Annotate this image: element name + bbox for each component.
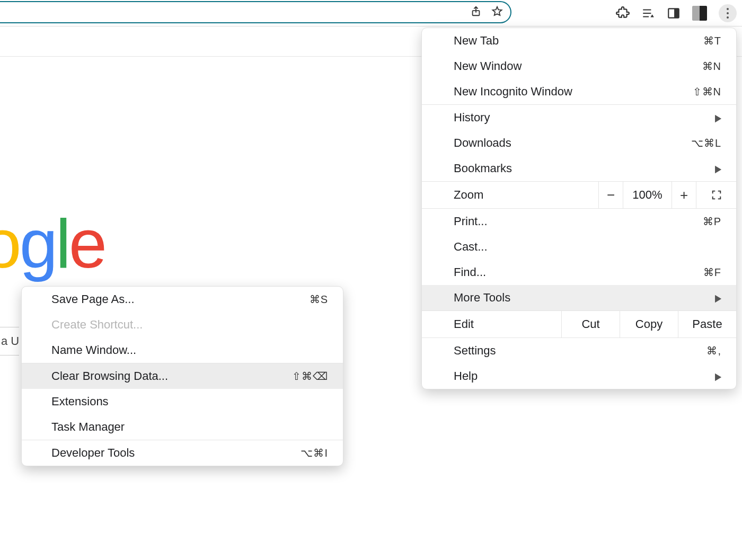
- menu-shortcut: ⌥⌘I: [301, 447, 328, 459]
- submenu-extensions[interactable]: Extensions: [22, 389, 343, 414]
- menu-new-window[interactable]: New Window ⌘N: [422, 54, 736, 79]
- menu-downloads[interactable]: Downloads ⌥⌘L: [422, 130, 736, 156]
- menu-print[interactable]: Print... ⌘P: [422, 209, 736, 234]
- menu-zoom-row: Zoom − 100% +: [422, 181, 736, 209]
- menu-new-incognito[interactable]: New Incognito Window ⇧⌘N: [422, 79, 736, 104]
- menu-item-label: New Incognito Window: [454, 85, 572, 99]
- menu-item-label: Print...: [454, 215, 488, 228]
- menu-shortcut: ⌘F: [703, 266, 721, 279]
- submenu-save-page[interactable]: Save Page As... ⌘S: [22, 287, 343, 312]
- menu-new-tab[interactable]: New Tab ⌘T: [422, 28, 736, 54]
- menu-shortcut: ⌥⌘L: [691, 137, 721, 149]
- zoom-value: 100%: [623, 182, 672, 208]
- menu-item-label: New Window: [454, 59, 522, 73]
- google-logo: oogle: [0, 204, 105, 283]
- reading-list-icon[interactable]: [641, 6, 655, 20]
- menu-item-label: Task Manager: [51, 420, 125, 434]
- main-menu: New Tab ⌘T New Window ⌘N New Incognito W…: [421, 28, 737, 389]
- browser-toolbar: [0, 0, 742, 26]
- side-panel-icon[interactable]: [667, 6, 681, 20]
- svg-rect-2: [674, 8, 679, 17]
- menu-item-label: Find...: [454, 265, 486, 279]
- menu-history[interactable]: History ▶: [422, 105, 736, 130]
- menu-item-label: Extensions: [51, 395, 109, 408]
- zoom-in-button[interactable]: +: [672, 182, 696, 208]
- menu-shortcut: ⇧⌘N: [693, 85, 721, 98]
- menu-item-label: Downloads: [454, 136, 511, 150]
- menu-item-label: Save Page As...: [51, 292, 135, 306]
- edit-paste-button[interactable]: Paste: [678, 311, 736, 337]
- menu-shortcut: ⇧⌘⌫: [292, 370, 328, 383]
- menu-edit-row: Edit Cut Copy Paste: [422, 310, 736, 338]
- menu-cast[interactable]: Cast...: [422, 234, 736, 260]
- chevron-right-icon: ▶: [715, 163, 721, 175]
- chevron-right-icon: ▶: [715, 370, 721, 383]
- menu-item-label: Cast...: [454, 240, 488, 254]
- menu-shortcut: ⌘T: [703, 34, 721, 47]
- chevron-right-icon: ▶: [715, 292, 721, 304]
- menu-item-label: Name Window...: [51, 343, 136, 357]
- fullscreen-button[interactable]: [696, 182, 736, 208]
- edit-cut-button[interactable]: Cut: [561, 311, 620, 337]
- menu-item-label: History: [454, 111, 490, 125]
- menu-shortcut: ⌘,: [706, 344, 721, 357]
- menu-item-label: Settings: [454, 344, 496, 358]
- search-hint: a U: [0, 327, 19, 355]
- menu-shortcut: ⌘N: [702, 60, 721, 73]
- menu-item-label: Create Shortcut...: [51, 318, 143, 332]
- menu-item-label: Bookmarks: [454, 162, 512, 175]
- menu-item-label: Help: [454, 369, 478, 383]
- chevron-right-icon: ▶: [715, 112, 721, 124]
- submenu-task-manager[interactable]: Task Manager: [22, 414, 343, 440]
- menu-more-tools[interactable]: More Tools ▶: [422, 285, 736, 310]
- profile-avatar[interactable]: [692, 6, 707, 21]
- submenu-name-window[interactable]: Name Window...: [22, 337, 343, 363]
- menu-shortcut: ⌘P: [703, 215, 721, 228]
- menu-button[interactable]: [719, 4, 737, 22]
- menu-item-label: New Tab: [454, 34, 499, 48]
- menu-find[interactable]: Find... ⌘F: [422, 260, 736, 285]
- zoom-out-button[interactable]: −: [598, 182, 623, 208]
- submenu-clear-browsing-data[interactable]: Clear Browsing Data... ⇧⌘⌫: [22, 363, 343, 389]
- menu-item-label: More Tools: [454, 291, 510, 305]
- menu-bookmarks[interactable]: Bookmarks ▶: [422, 156, 736, 181]
- submenu-developer-tools[interactable]: Developer Tools ⌥⌘I: [22, 440, 343, 466]
- extensions-icon[interactable]: [616, 6, 630, 20]
- menu-help[interactable]: Help ▶: [422, 363, 736, 389]
- menu-item-label: Zoom: [422, 182, 598, 208]
- edit-copy-button[interactable]: Copy: [620, 311, 678, 337]
- submenu-create-shortcut: Create Shortcut...: [22, 312, 343, 337]
- menu-item-label: Developer Tools: [51, 446, 135, 460]
- menu-item-label: Edit: [422, 311, 561, 337]
- menu-settings[interactable]: Settings ⌘,: [422, 338, 736, 363]
- menu-item-label: Clear Browsing Data...: [51, 369, 168, 383]
- menu-shortcut: ⌘S: [310, 293, 328, 306]
- more-tools-submenu: Save Page As... ⌘S Create Shortcut... Na…: [21, 286, 343, 466]
